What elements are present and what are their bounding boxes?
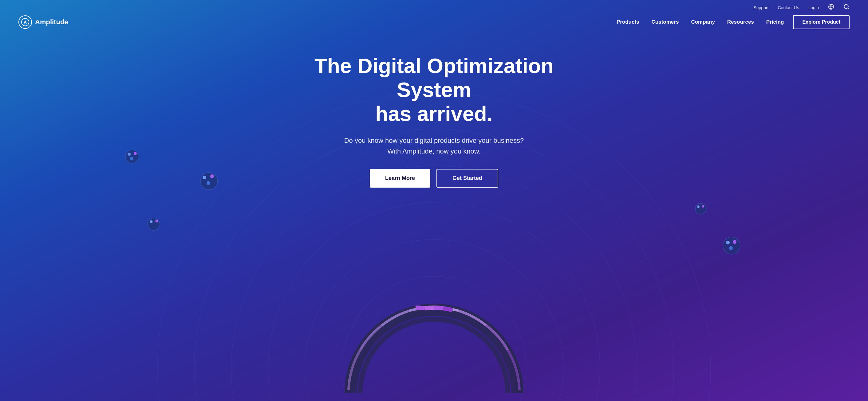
- learn-more-button[interactable]: Learn More: [370, 169, 430, 188]
- explore-product-button[interactable]: Explore Product: [793, 15, 849, 29]
- utility-bar: Support Contact Us Login: [0, 0, 868, 15]
- svg-point-19: [726, 241, 730, 244]
- globe-icon[interactable]: [828, 4, 834, 11]
- svg-point-1: [342, 276, 526, 401]
- logo-text: Amplitude: [35, 18, 68, 26]
- hero-subtitle: Do you know how your digital products dr…: [344, 135, 524, 157]
- svg-point-16: [150, 221, 153, 223]
- nav-item-customers[interactable]: Customers: [652, 19, 679, 25]
- svg-point-26: [844, 5, 848, 9]
- hero-buttons: Learn More Get Started: [370, 169, 498, 188]
- logo[interactable]: A Amplitude: [19, 15, 68, 29]
- nav-item-pricing[interactable]: Pricing: [766, 19, 784, 25]
- hero-section: The Digital Optimization System has arri…: [0, 35, 868, 218]
- search-icon[interactable]: [843, 4, 849, 11]
- login-link[interactable]: Login: [808, 5, 819, 10]
- nav-item-products[interactable]: Products: [617, 19, 639, 25]
- svg-point-2: [305, 239, 563, 401]
- get-started-button[interactable]: Get Started: [436, 169, 498, 188]
- svg-point-17: [156, 220, 158, 223]
- svg-line-27: [848, 8, 849, 9]
- contact-us-link[interactable]: Contact Us: [778, 5, 799, 10]
- nav-item-resources[interactable]: Resources: [727, 19, 754, 25]
- svg-point-21: [729, 246, 733, 250]
- svg-point-20: [733, 240, 737, 244]
- svg-point-15: [148, 218, 160, 230]
- svg-text:A: A: [24, 20, 27, 25]
- svg-point-18: [723, 237, 740, 254]
- nav-links: Products Customers Company Resources Pri…: [617, 19, 784, 25]
- support-link[interactable]: Support: [753, 5, 768, 10]
- navbar: A Amplitude Products Customers Company R…: [0, 15, 868, 35]
- hero-title: The Digital Optimization System has arri…: [296, 54, 572, 126]
- svg-point-3: [268, 203, 600, 401]
- nav-item-company[interactable]: Company: [691, 19, 715, 25]
- logo-icon: A: [19, 15, 32, 29]
